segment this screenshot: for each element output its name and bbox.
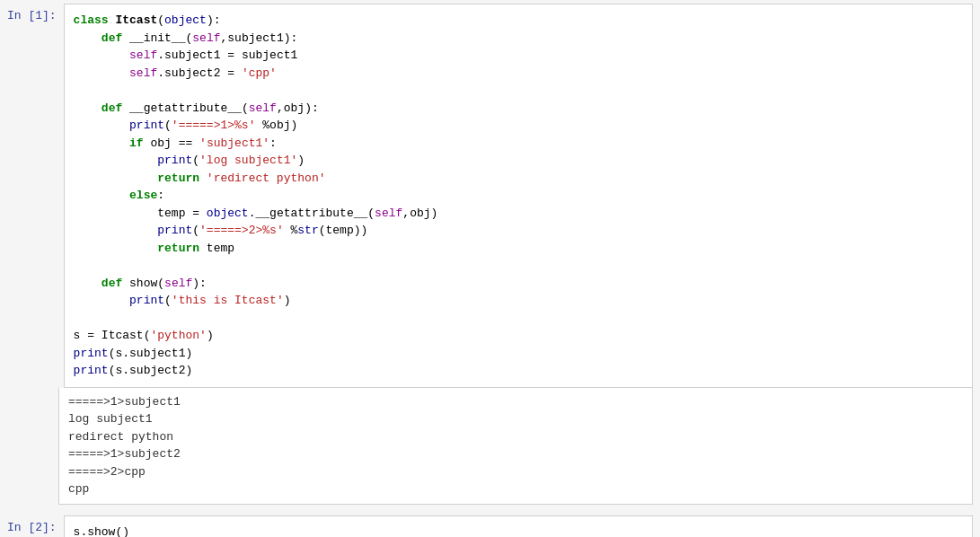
cell-1-code[interactable]: class Itcast(object): def __init__(self,…	[64, 4, 973, 388]
cell-1: In [1]: class Itcast(object): def __init…	[0, 0, 980, 512]
cell-1-input-row: In [1]: class Itcast(object): def __init…	[0, 0, 980, 388]
cell-2: In [2]: s.show() =====>1>show =====>2><b…	[0, 512, 980, 538]
cell-1-output-label	[0, 388, 58, 512]
cell-1-output: =====>1>subject1 log subject1 redirect p…	[58, 388, 973, 505]
cell-1-label: In [1]:	[0, 0, 64, 388]
cell-2-label: In [2]:	[0, 512, 64, 538]
cell-2-code[interactable]: s.show()	[64, 515, 973, 538]
cell-2-input-row: In [2]: s.show()	[0, 512, 980, 538]
cell-1-output-row: =====>1>subject1 log subject1 redirect p…	[0, 388, 980, 512]
notebook: In [1]: class Itcast(object): def __init…	[0, 0, 980, 537]
